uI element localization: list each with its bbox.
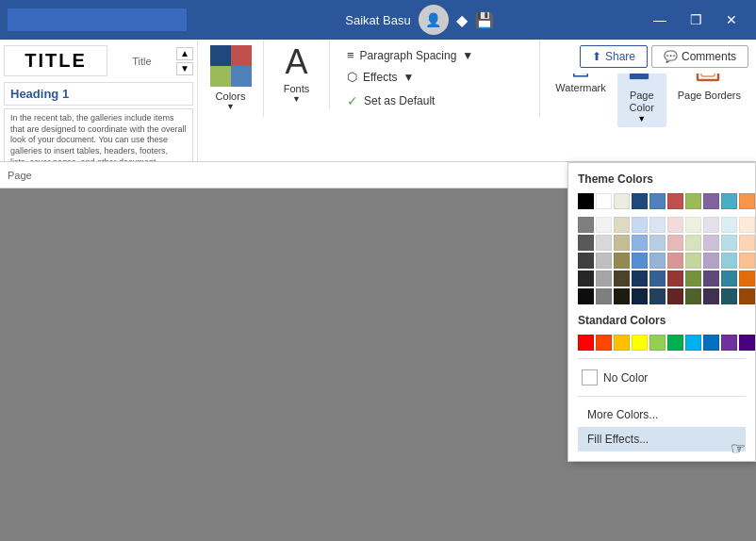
standard-color-swatch[interactable] <box>649 335 666 351</box>
shade-swatch[interactable] <box>632 217 648 233</box>
shade-swatch[interactable] <box>632 253 648 269</box>
fonts-dropdown-arrow[interactable]: ▼ <box>292 94 301 104</box>
minimize-button[interactable]: — <box>643 5 677 35</box>
shade-swatch[interactable] <box>703 253 719 269</box>
shade-swatch[interactable] <box>667 235 683 251</box>
shade-swatch[interactable] <box>703 288 719 304</box>
shade-swatch[interactable] <box>614 217 630 233</box>
fonts-icon[interactable]: A <box>285 45 307 79</box>
close-button[interactable]: ✕ <box>715 5 748 35</box>
divider1 <box>578 358 746 359</box>
standard-color-swatch[interactable] <box>667 335 683 351</box>
shade-column <box>649 217 666 304</box>
share-bar: ⬆ Share 💬 Comments <box>572 40 756 74</box>
shade-swatch[interactable] <box>649 235 666 251</box>
theme-color-swatch[interactable] <box>667 193 683 209</box>
divider2 <box>578 396 746 397</box>
shade-swatch[interactable] <box>578 288 594 304</box>
shade-swatch[interactable] <box>721 235 737 251</box>
shade-swatch[interactable] <box>685 235 701 251</box>
style-title[interactable]: TITLE <box>4 45 107 76</box>
shade-swatch[interactable] <box>739 270 755 287</box>
paragraph-spacing-label: Paragraph Spacing <box>360 49 457 62</box>
standard-color-swatch[interactable] <box>596 335 612 351</box>
shade-swatch[interactable] <box>596 235 612 251</box>
shade-swatch[interactable] <box>596 253 612 269</box>
fill-effects-item[interactable]: Fill Effects... <box>578 427 746 451</box>
restore-button[interactable]: ❒ <box>679 5 713 35</box>
shade-swatch[interactable] <box>649 253 666 269</box>
shade-swatch[interactable] <box>632 235 648 251</box>
title-bar: Saikat Basu 👤 ◆ 💾 — ❒ ✕ <box>0 0 756 40</box>
shade-swatch[interactable] <box>614 288 630 304</box>
shade-swatch[interactable] <box>596 270 612 287</box>
page-color-arrow[interactable]: ▼ <box>637 114 646 123</box>
shade-swatch[interactable] <box>739 235 755 251</box>
shade-swatch[interactable] <box>685 217 701 233</box>
styles-scroll-down[interactable]: ▼ <box>176 62 193 75</box>
fonts-section: A Fonts ▼ <box>264 40 330 109</box>
shade-swatch[interactable] <box>739 253 755 269</box>
shade-swatch[interactable] <box>739 217 755 233</box>
shade-swatch[interactable] <box>614 235 630 251</box>
more-colors-item[interactable]: More Colors... <box>578 402 746 427</box>
shade-swatch[interactable] <box>721 270 737 287</box>
standard-color-swatch[interactable] <box>614 335 630 351</box>
share-button[interactable]: ⬆ Share <box>580 45 648 68</box>
theme-color-swatch[interactable] <box>578 193 594 209</box>
standard-color-swatch[interactable] <box>703 335 719 351</box>
shade-swatch[interactable] <box>578 235 594 251</box>
shade-swatch[interactable] <box>703 235 719 251</box>
shade-swatch[interactable] <box>649 217 666 233</box>
shade-swatch[interactable] <box>649 270 666 287</box>
shade-swatch[interactable] <box>667 217 683 233</box>
colors-dropdown-arrow[interactable]: ▼ <box>226 102 235 111</box>
shade-swatch[interactable] <box>596 288 612 304</box>
comments-button[interactable]: 💬 Comments <box>651 45 748 68</box>
shade-swatch[interactable] <box>649 288 666 304</box>
shade-swatch[interactable] <box>721 288 737 304</box>
standard-color-swatch[interactable] <box>739 335 755 351</box>
theme-color-swatch[interactable] <box>721 193 737 209</box>
shade-swatch[interactable] <box>632 288 648 304</box>
style-heading[interactable]: Heading 1 <box>4 82 193 106</box>
shade-swatch[interactable] <box>685 270 701 287</box>
shade-swatch[interactable] <box>614 270 630 287</box>
avatar: 👤 <box>419 5 449 35</box>
shade-swatch[interactable] <box>739 288 755 304</box>
shade-swatch[interactable] <box>632 270 648 287</box>
theme-color-swatch[interactable] <box>685 193 701 209</box>
shade-swatch[interactable] <box>703 270 719 287</box>
styles-scroll-up[interactable]: ▲ <box>176 47 193 60</box>
shade-swatch[interactable] <box>721 217 737 233</box>
theme-color-swatch[interactable] <box>614 193 630 209</box>
shade-swatch[interactable] <box>578 217 594 233</box>
shade-swatch[interactable] <box>596 217 612 233</box>
shade-swatch[interactable] <box>685 253 701 269</box>
shade-swatch[interactable] <box>667 288 683 304</box>
theme-color-swatch[interactable] <box>703 193 719 209</box>
shade-swatch[interactable] <box>685 288 701 304</box>
theme-color-swatch[interactable] <box>632 193 648 209</box>
shade-swatch[interactable] <box>667 253 683 269</box>
set-as-default-button[interactable]: ✓ Set as Default <box>341 90 528 111</box>
search-input[interactable] <box>8 8 187 31</box>
colors-swatch[interactable] <box>210 45 252 87</box>
shade-swatch[interactable] <box>578 253 594 269</box>
shade-swatch[interactable] <box>703 217 719 233</box>
paragraph-spacing-button[interactable]: ≡ Paragraph Spacing ▼ <box>341 45 528 65</box>
shade-swatch[interactable] <box>578 270 594 287</box>
no-color-item[interactable]: No Color <box>578 365 746 390</box>
standard-color-swatch[interactable] <box>578 335 594 351</box>
standard-color-swatch[interactable] <box>721 335 737 351</box>
theme-color-swatch[interactable] <box>649 193 666 209</box>
standard-color-swatch[interactable] <box>685 335 701 351</box>
effects-button[interactable]: ⬡ Effects ▼ <box>341 67 528 87</box>
shade-swatch[interactable] <box>614 253 630 269</box>
standard-color-swatch[interactable] <box>632 335 648 351</box>
shade-swatch[interactable] <box>721 253 737 269</box>
theme-color-swatch[interactable] <box>739 193 755 209</box>
theme-color-swatch[interactable] <box>596 193 612 209</box>
shade-swatch[interactable] <box>667 270 683 287</box>
fonts-label: Fonts <box>284 83 310 94</box>
